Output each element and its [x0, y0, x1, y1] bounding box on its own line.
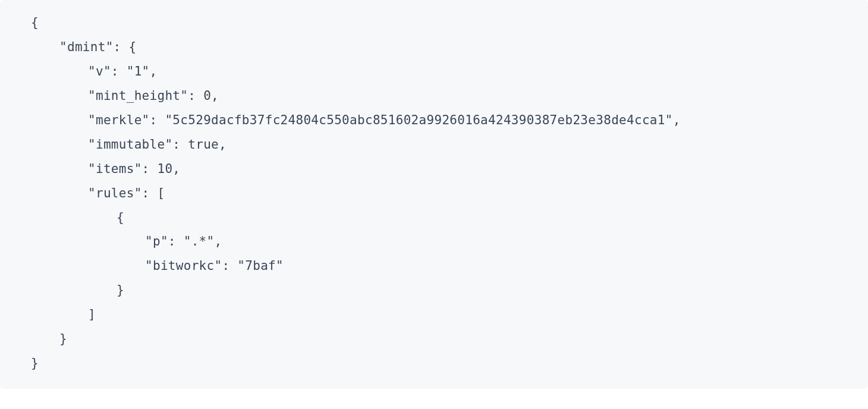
- code-line: "rules": [: [2, 181, 866, 206]
- code-line: "items": 10,: [2, 157, 866, 181]
- code-line: ]: [2, 303, 866, 327]
- code-line: "mint_height": 0,: [2, 84, 866, 108]
- code-line: "immutable": true,: [2, 133, 866, 157]
- code-block: {"dmint": {"v": "1","mint_height": 0,"me…: [0, 0, 868, 389]
- code-line: "bitworkc": "7baf": [2, 254, 866, 278]
- code-content: {"dmint": {"v": "1","mint_height": 0,"me…: [2, 11, 866, 376]
- code-line: "merkle": "5c529dacfb37fc24804c550abc851…: [2, 108, 866, 133]
- code-line: }: [2, 278, 866, 303]
- code-line: "v": "1",: [2, 59, 866, 84]
- code-line: "dmint": {: [2, 35, 866, 59]
- code-line: {: [2, 11, 866, 35]
- code-line: }: [2, 327, 866, 351]
- code-line: "p": ".*",: [2, 229, 866, 254]
- code-line: {: [2, 206, 866, 230]
- code-line: }: [2, 351, 866, 376]
